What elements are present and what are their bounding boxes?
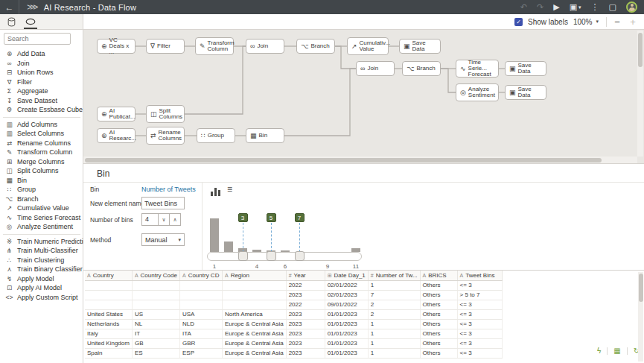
undo-icon[interactable]: ↶ (520, 3, 527, 11)
sidebar-item-group[interactable]: ∷Group (0, 185, 83, 195)
column-header-brics[interactable]: ABRICS (420, 271, 457, 280)
column-header-number-of-tw[interactable]: #Number of Tw... (368, 271, 420, 280)
column-header-label: Year (294, 272, 306, 279)
method-select[interactable]: Manual ▾ (141, 233, 185, 246)
sidebar-item-select-columns[interactable]: ▥Select Columns (0, 129, 83, 139)
table-view-icon[interactable]: ▦ (613, 347, 620, 355)
redo-icon[interactable]: ↷ (537, 3, 543, 11)
search-input[interactable] (4, 33, 71, 45)
sidebar-item-aggregate[interactable]: ΣAggregate (0, 86, 83, 96)
bin-column-link[interactable]: Number of Tweets (141, 186, 196, 193)
stepper-down-button[interactable]: ∨ (158, 213, 170, 226)
num-type-icon: # (371, 273, 374, 278)
branch-2-node[interactable]: ⌥Branch (402, 61, 441, 76)
sidebar-item-apply-model[interactable]: ↯Apply Model (0, 274, 83, 284)
transform-column-node[interactable]: ✎Transform Column (195, 37, 234, 55)
bin-node[interactable]: ▦Bin (246, 128, 284, 143)
kebab-menu-icon[interactable]: ⋮ (591, 3, 599, 11)
column-header-tweet-bins[interactable]: ATweet Bins (457, 271, 502, 280)
list-view-icon[interactable]: ≡ (227, 184, 232, 195)
canvas-horizontal-scrollbar[interactable] (83, 157, 637, 163)
scrollbar-thumb[interactable] (639, 274, 643, 302)
flow-elements-tab[interactable] (25, 14, 36, 29)
table-cell: 7 (368, 290, 420, 300)
sidebar-item-rename-columns[interactable]: ⇄Rename Columns (0, 139, 83, 148)
analyze-sentiment-node[interactable]: ◎Analyze Sentiment (456, 83, 499, 101)
vc-deals-dataset-node[interactable]: ⊕VC Deals x ... (97, 39, 136, 54)
histogram-view-icon[interactable] (211, 187, 221, 196)
number-of-bins-value[interactable]: 4 (141, 213, 159, 226)
node-label: Transform Column (208, 40, 235, 52)
transform-column-icon: ✎ (200, 43, 205, 50)
save-button[interactable]: ▣ ▾ (570, 3, 581, 11)
zoom-in-button[interactable]: + (628, 16, 638, 28)
time-series-forecast-node[interactable]: ∿Time Serie... Forecast (456, 60, 499, 78)
split-columns-node[interactable]: ◫Split Columns (146, 105, 185, 123)
sidebar-item-train-numeric-prediction[interactable]: ※Train Numeric Prediction (0, 237, 83, 247)
scrollbar-thumb[interactable] (85, 158, 602, 162)
sidebar-item-cumulative-value[interactable]: ↗Cumulative Value (0, 203, 83, 213)
node-label: AI Publicat... (109, 108, 136, 120)
table-vertical-scrollbar[interactable] (638, 272, 643, 362)
back-button[interactable]: ← (0, 0, 19, 14)
column-header-country-code[interactable]: ACountry Code (132, 271, 179, 280)
join-2-node[interactable]: ∞Join (356, 61, 395, 76)
bin-slider-handle[interactable] (238, 251, 248, 261)
sidebar-item-split-columns[interactable]: ◫Split Columns (0, 166, 83, 176)
rename-columns-node[interactable]: ⇄Rename Columns (146, 127, 185, 145)
join-1-node[interactable]: ∞Join (246, 39, 284, 54)
flash-icon[interactable]: ϟ (597, 347, 601, 355)
save-data-2-node[interactable]: ▣Save Data (505, 61, 546, 76)
table-cell (222, 280, 286, 290)
bin-slider-track[interactable] (207, 252, 362, 261)
sidebar-item-save-dataset[interactable]: ↧Save Dataset (0, 96, 83, 106)
data-panel-tab[interactable] (7, 14, 16, 29)
new-element-name-input[interactable] (141, 197, 185, 209)
sidebar-item-time-series-forecast[interactable]: ∿Time Series Forecast (0, 213, 83, 223)
run-dataflow-icon[interactable]: ▶ (553, 3, 559, 11)
sidebar-item-branch[interactable]: ⌥Branch (0, 195, 83, 204)
save-data-3-node[interactable]: ▣Save Data (505, 85, 546, 100)
filter-node[interactable]: ∇Filter (146, 39, 185, 54)
sidebar-item-label: Aggregate (17, 87, 48, 95)
bookmark-icon[interactable]: ▢ (609, 3, 616, 11)
column-header-date-day-1[interactable]: ⊞Date Day_1 (325, 271, 368, 280)
show-labels-checkbox[interactable]: ✓ (514, 18, 523, 26)
ai-research-dataset-node[interactable]: ⊕AI Researc... (97, 128, 136, 143)
branch-1-node[interactable]: ⌥Branch (296, 39, 335, 54)
ai-publications-dataset-node[interactable]: ⊕AI Publicat... (97, 107, 136, 121)
sidebar-item-create-essbase-cube[interactable]: ⚙Create Essbase Cube (0, 105, 83, 115)
bin-panel-title: Bin (97, 168, 109, 179)
column-header-year[interactable]: #Year (286, 271, 325, 280)
bin-slider-handle[interactable] (267, 251, 276, 261)
scrollbar-thumb[interactable] (638, 33, 643, 67)
column-header-country[interactable]: ACountry (85, 271, 132, 280)
cumulative-value-node[interactable]: ↗Cumulativ... Value (347, 37, 389, 55)
column-header-country-cd[interactable]: ACountry CD (179, 271, 222, 280)
sidebar-item-filter[interactable]: ∇Filter (0, 78, 83, 87)
sidebar-item-union-rows[interactable]: ⊟Union Rows (0, 68, 83, 78)
stepper-up-button[interactable]: ∧ (169, 213, 181, 226)
zoom-out-button[interactable]: − (612, 16, 622, 28)
sidebar-item-train-multi-classifier[interactable]: ⋔Train Multi-Classifier (0, 246, 83, 256)
sidebar-item-add-data[interactable]: ⊕Add Data (0, 49, 83, 59)
sidebar-item-train-clustering[interactable]: ∴Train Clustering (0, 256, 83, 265)
expand-panels-icon[interactable]: ⋙ (27, 2, 39, 12)
sidebar-item-add-columns[interactable]: ▥Add Columns (0, 120, 83, 130)
sidebar-item-merge-columns[interactable]: ⊞Merge Columns (0, 157, 83, 167)
sidebar-item-train-binary-classifier[interactable]: ⋏Train Binary Classifier (0, 265, 83, 274)
sidebar-item-join[interactable]: ∞Join (0, 59, 83, 69)
user-avatar[interactable] (626, 1, 637, 13)
bin-icon: ▦ (250, 133, 257, 139)
sidebar-item-apply-custom-script[interactable]: <>Apply Custom Script (0, 293, 83, 303)
column-header-region[interactable]: ARegion (222, 271, 286, 280)
bin-slider-handle[interactable] (295, 251, 305, 261)
group-node[interactable]: ∷Group (197, 128, 235, 143)
sidebar-item-bin[interactable]: ▦Bin (0, 176, 83, 186)
sidebar-item-apply-ai-model[interactable]: ⊡Apply AI Model (0, 283, 83, 293)
sidebar-item-transform-column[interactable]: ✎Transform Column (0, 148, 83, 157)
zoom-level-select[interactable]: 100% ▾ (573, 18, 601, 26)
canvas-vertical-scrollbar[interactable] (637, 31, 643, 157)
sidebar-item-analyze-sentiment[interactable]: ◎Analyze Sentiment (0, 222, 83, 232)
save-data-1-node[interactable]: ▣Save Data (399, 39, 441, 54)
